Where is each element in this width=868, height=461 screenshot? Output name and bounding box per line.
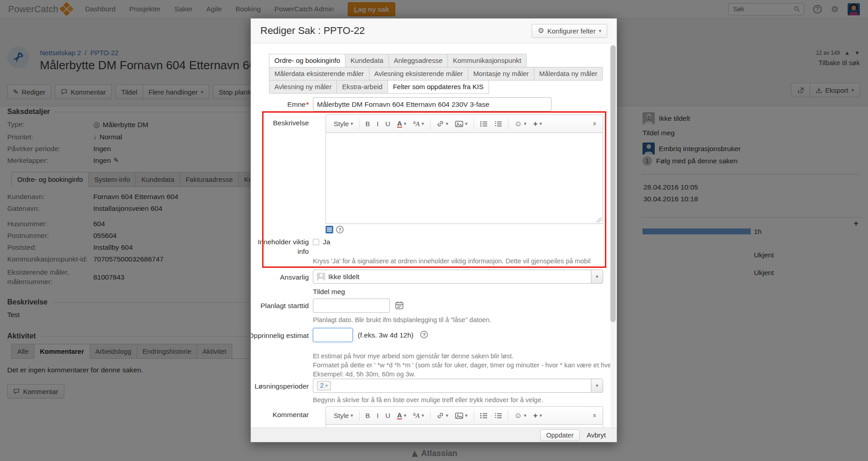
tab-anleggsadresse[interactable]: Anleggsadresse	[388, 54, 448, 67]
tab-malerdata-eksisterende[interactable]: Målerdata eksisterende måler	[269, 67, 369, 81]
remove-chip-icon[interactable]: ×	[325, 382, 328, 389]
viktig-checkbox[interactable]	[313, 239, 319, 245]
tab-ekstra-arbeid[interactable]: Ekstra-arbeid	[336, 80, 388, 94]
kommentar-editor: Style ▾ B I U A ▾ aA	[326, 406, 603, 428]
emoji-dropdown[interactable]: ☺ ▾	[514, 412, 527, 419]
calendar-picker-button[interactable]	[395, 301, 404, 310]
chevron-down-icon: ▾	[404, 413, 407, 418]
smiley-icon: ☺	[514, 412, 522, 419]
beskrivelse-editor-area[interactable]	[326, 133, 603, 224]
chevron-down-icon: ▾	[539, 413, 542, 418]
italic-button[interactable]: I	[377, 412, 379, 419]
assignee-select-arrow[interactable]: ▾	[591, 270, 603, 283]
chevron-down-icon: ▾	[422, 121, 424, 126]
chevron-down-icon: ▾	[599, 29, 601, 33]
configure-fields-button[interactable]: ⚙ Konfigurer felter ▾	[532, 24, 607, 38]
numbered-list-button[interactable]	[494, 121, 502, 127]
chevron-down-icon: ▾	[596, 274, 599, 279]
underline-button[interactable]: U	[385, 412, 390, 419]
tab-avlesning-eksisterende[interactable]: Avlesning eksisterende måler	[369, 67, 469, 81]
tab-kundedata[interactable]: Kundedata	[345, 54, 389, 67]
link-icon	[436, 120, 444, 128]
modal-scrollbar-thumb[interactable]	[610, 45, 616, 322]
image-dropdown[interactable]: ▾	[455, 412, 468, 419]
collapse-toolbar-icon[interactable]: »	[590, 122, 597, 125]
insert-more-dropdown[interactable]: + ▾	[533, 120, 542, 128]
viktig-label-line1: Inneholder viktig	[258, 238, 309, 246]
estimat-hint: (f.eks. 3w 4d 12h)	[358, 331, 413, 339]
bold-button[interactable]: B	[365, 412, 370, 419]
link-dropdown[interactable]: ▾	[436, 412, 449, 419]
tab-ordre-og-bookinginfo[interactable]: Ordre- og bookinginfo	[269, 54, 345, 67]
planlagt-starttid-input[interactable]	[313, 299, 390, 313]
bold-button[interactable]: B	[365, 120, 370, 127]
viktig-checkbox-label: Ja	[323, 238, 330, 246]
font-color-dropdown[interactable]: A ▾	[397, 120, 406, 128]
bullet-list-button[interactable]	[480, 413, 488, 419]
chevron-down-icon: ▾	[446, 413, 449, 418]
bullet-list-icon	[480, 121, 488, 127]
insert-more-dropdown[interactable]: + ▾	[533, 412, 542, 419]
required-icon: *	[306, 100, 309, 108]
chevron-down-icon: ▾	[404, 121, 407, 126]
assignee-select[interactable]: Ikke tildelt ▾	[313, 270, 603, 284]
cancel-link[interactable]: Avbryt	[587, 431, 606, 439]
dialog-title: Rediger Sak : PPTO-22	[260, 25, 365, 37]
italic-button[interactable]: I	[377, 120, 379, 127]
assign-to-me-link-modal[interactable]: Tildel meg	[313, 288, 345, 296]
style-dropdown[interactable]: Style ▾	[334, 120, 353, 127]
tab-avlesning-ny-maler[interactable]: Avlesning ny måler	[269, 80, 337, 94]
opprinnelig-estimat-input[interactable]	[313, 328, 353, 342]
link-dropdown[interactable]: ▾	[436, 120, 449, 128]
visual-mode-toggle-icon[interactable]	[326, 226, 333, 233]
selected-period-chip: 2 ×	[317, 381, 331, 390]
chevron-down-icon: ▾	[446, 121, 449, 126]
image-dropdown[interactable]: ▾	[455, 120, 468, 128]
numbered-list-button[interactable]	[494, 413, 502, 419]
losningsperioder-label: Løsningsperioder	[254, 382, 309, 390]
chevron-down-icon: ▾	[524, 413, 527, 418]
viktig-label-line2: info	[297, 247, 309, 256]
update-button[interactable]: Oppdater	[540, 429, 579, 441]
beskrivelse-editor: Style ▾ B I U A ▾ aA	[326, 114, 603, 224]
kommentar-editor-area[interactable]	[326, 425, 603, 428]
chevron-down-icon: ▾	[465, 413, 468, 418]
perioder-help-text: Begynn å skrive for å få en liste over m…	[313, 396, 543, 404]
underline-button[interactable]: U	[385, 120, 390, 127]
tab-kommunikasjonspunkt[interactable]: Kommunikasjonspunkt	[447, 54, 527, 67]
dialog-header: Rediger Sak : PPTO-22 ⚙ Konfigurer felte…	[251, 19, 617, 43]
viktig-help-text: Kryss 'Ja' for å signalisere at ordren i…	[313, 257, 590, 265]
estimat-help-icon[interactable]: ?	[420, 331, 428, 338]
plus-icon: +	[533, 412, 538, 419]
font-size-dropdown[interactable]: aA ▾	[413, 120, 424, 128]
edit-issue-dialog: Rediger Sak : PPTO-22 ⚙ Konfigurer felte…	[250, 18, 617, 442]
dialog-footer: Oppdater Avbryt	[251, 428, 617, 442]
font-color-dropdown[interactable]: A ▾	[397, 412, 406, 419]
tab-felter-fra-kis[interactable]: Felter som oppdateres fra KIS	[388, 80, 489, 94]
font-size-dropdown[interactable]: aA ▾	[413, 412, 424, 419]
losningsperioder-select-arrow[interactable]: ▾	[591, 379, 603, 392]
bullet-list-button[interactable]	[480, 121, 488, 127]
rte-toolbar: Style ▾ B I U A ▾ aA	[326, 406, 603, 425]
gear-icon: ⚙	[537, 27, 544, 34]
collapse-toolbar-icon[interactable]: »	[590, 413, 597, 417]
style-dropdown[interactable]: Style ▾	[334, 412, 353, 419]
opprinnelig-estimat-label: Opprinnelig estimat	[251, 332, 309, 340]
beskrivelse-label: Beskrivelse	[273, 119, 309, 127]
editor-mode-icons: ?	[326, 226, 344, 233]
tab-montasje-ny-maler[interactable]: Montasje ny måler	[468, 67, 534, 81]
emoji-dropdown[interactable]: ☺ ▾	[514, 120, 527, 128]
estimat-help-line2: Formatet på dette er ' *w *d *h *m ' (so…	[313, 361, 617, 369]
user-avatar-placeholder-icon	[317, 273, 325, 281]
estimat-help-line1: Et estimat på hvor mye arbeid som gjenst…	[313, 352, 513, 360]
plus-icon: +	[533, 120, 538, 128]
losningsperioder-multiselect[interactable]: 2 × ▾	[313, 379, 603, 393]
chevron-down-icon: ▾	[422, 413, 424, 418]
chevron-down-icon: ▾	[539, 121, 542, 126]
editor-help-icon[interactable]: ?	[336, 226, 344, 233]
dialog-body: Ordre- og bookinginfo Kundedata Anleggsa…	[251, 43, 617, 428]
rte-toolbar: Style ▾ B I U A ▾ aA	[326, 114, 603, 133]
kommentar-label: Kommentar	[273, 411, 309, 419]
emne-input[interactable]	[313, 97, 551, 111]
tab-malerdata-ny-maler[interactable]: Målerdata ny måler	[534, 67, 603, 81]
